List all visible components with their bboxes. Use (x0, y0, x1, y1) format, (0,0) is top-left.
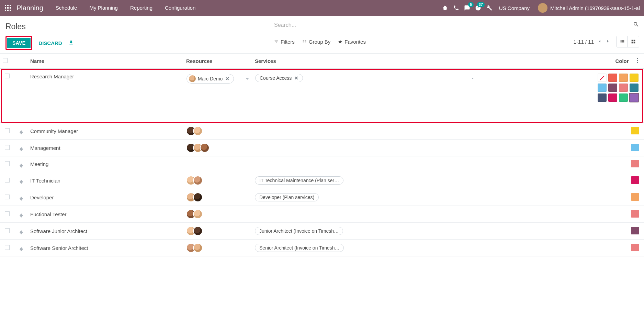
row-color-swatch[interactable] (631, 176, 639, 184)
drag-handle-icon[interactable] (20, 164, 23, 168)
row-checkbox[interactable] (5, 245, 10, 250)
app-brand[interactable]: Planning (16, 4, 49, 12)
edit-name-input[interactable]: Research Manager (30, 74, 74, 79)
row-checkbox[interactable] (5, 195, 10, 199)
table-row[interactable]: Software Junior ArchitectJunior Architec… (0, 223, 644, 240)
columns-more-icon[interactable] (637, 58, 638, 64)
drag-handle-icon[interactable] (20, 230, 23, 234)
color-option[interactable] (608, 84, 617, 92)
table-row[interactable]: Fuctional Tester (0, 206, 644, 223)
col-resources[interactable]: Resources (183, 54, 252, 69)
row-checkbox[interactable] (5, 178, 10, 183)
svg-rect-8 (10, 10, 11, 11)
messaging-icon[interactable]: 5 (464, 5, 470, 11)
color-option[interactable] (630, 74, 639, 82)
nav-menu: Schedule My Planning Reporting Configura… (49, 0, 202, 16)
color-option[interactable] (619, 84, 628, 92)
groupby-button[interactable]: Group By (302, 39, 330, 45)
drag-handle-icon[interactable] (20, 197, 23, 201)
activity-badge: 37 (477, 2, 485, 7)
color-option[interactable] (608, 93, 617, 102)
col-name[interactable]: Name (28, 54, 183, 69)
table-row[interactable]: Management (0, 140, 644, 156)
resource-avatars (186, 243, 249, 253)
color-option[interactable] (619, 74, 628, 82)
select-all-checkbox[interactable] (3, 58, 8, 63)
drag-handle-icon[interactable] (20, 180, 23, 184)
table-row[interactable]: DeveloperDeveloper (Plan services) (0, 189, 644, 206)
row-color-swatch[interactable] (631, 244, 639, 251)
drag-handle-icon[interactable] (20, 213, 23, 218)
color-option[interactable] (619, 93, 628, 102)
color-option[interactable] (630, 93, 639, 102)
nav-right: 5 37 US Company Mitchell Admin (16970939… (442, 3, 644, 13)
messaging-badge: 5 (468, 2, 474, 7)
nav-schedule[interactable]: Schedule (49, 0, 83, 16)
pager-prev[interactable] (597, 39, 602, 45)
phone-icon[interactable] (453, 5, 459, 11)
search-icon[interactable] (633, 21, 639, 29)
avatar (193, 209, 203, 219)
filters-button[interactable]: Filters (274, 39, 295, 45)
row-color-swatch[interactable] (631, 227, 639, 234)
tag-avatar (189, 75, 196, 82)
chevron-down-icon[interactable] (246, 76, 249, 82)
row-checkbox[interactable] (5, 161, 10, 166)
activity-icon[interactable]: 37 (475, 5, 481, 11)
nav-reporting[interactable]: Reporting (124, 0, 159, 16)
row-checkbox[interactable] (5, 74, 10, 78)
breadcrumb: Roles (5, 22, 271, 31)
pager-next[interactable] (606, 39, 610, 45)
company-switcher[interactable]: US Company (497, 5, 532, 11)
bug-icon[interactable] (442, 5, 448, 11)
drag-handle-icon[interactable] (20, 147, 23, 151)
row-color-swatch[interactable] (631, 160, 639, 167)
save-button[interactable]: SAVE (7, 38, 31, 48)
svg-point-11 (637, 62, 638, 63)
drag-handle-icon[interactable] (20, 247, 23, 251)
row-checkbox[interactable] (5, 128, 10, 133)
apps-icon[interactable] (0, 5, 16, 11)
svg-rect-5 (10, 7, 11, 9)
color-option[interactable] (608, 74, 617, 82)
table-row[interactable]: Meeting (0, 156, 644, 172)
remove-tag-icon[interactable]: ✕ (225, 76, 229, 81)
search-input[interactable] (274, 21, 633, 29)
row-name: Management (28, 140, 183, 156)
chevron-down-icon[interactable] (471, 75, 474, 81)
resource-avatars (186, 192, 249, 202)
settings-icon[interactable] (486, 5, 492, 11)
list-view-button[interactable] (617, 36, 628, 47)
remove-tag-icon[interactable]: ✕ (294, 75, 298, 81)
color-option[interactable] (630, 84, 639, 92)
row-checkbox[interactable] (5, 145, 10, 150)
color-option[interactable] (598, 84, 607, 92)
table-row[interactable]: Software Senior ArchitectSenior Architec… (0, 240, 644, 256)
row-name: Software Junior Architect (28, 223, 183, 240)
table-row[interactable]: Community Manager (0, 123, 644, 140)
services-input[interactable]: Course Access ✕ (255, 74, 475, 82)
row-checkbox[interactable] (5, 228, 10, 233)
svg-rect-4 (7, 7, 9, 9)
nav-my-planning[interactable]: My Planning (83, 0, 124, 16)
discard-button[interactable]: DISCARD (38, 40, 62, 46)
resources-input[interactable]: Marc Demo ✕ (186, 74, 249, 84)
table-row[interactable]: IT TechnicianIT Technical Maintenance (P… (0, 172, 644, 189)
kanban-view-button[interactable] (628, 36, 639, 47)
pager-text: 1-11 / 11 (574, 39, 594, 45)
row-color-swatch[interactable] (631, 210, 639, 218)
color-option[interactable] (598, 93, 607, 102)
search-bar (274, 19, 639, 32)
color-option[interactable] (598, 74, 607, 82)
row-color-swatch[interactable] (631, 144, 639, 151)
row-color-swatch[interactable] (631, 127, 639, 134)
favorites-button[interactable]: Favorites (338, 39, 366, 45)
nav-configuration[interactable]: Configuration (159, 0, 202, 16)
row-checkbox[interactable] (5, 211, 10, 216)
row-color-swatch[interactable] (631, 193, 639, 201)
col-color[interactable]: Color (595, 54, 631, 69)
col-services[interactable]: Services (252, 54, 595, 69)
export-button[interactable] (68, 40, 74, 46)
drag-handle-icon[interactable] (20, 130, 23, 134)
user-menu[interactable]: Mitchell Admin (16970939-saas-15-1-al (536, 3, 641, 13)
